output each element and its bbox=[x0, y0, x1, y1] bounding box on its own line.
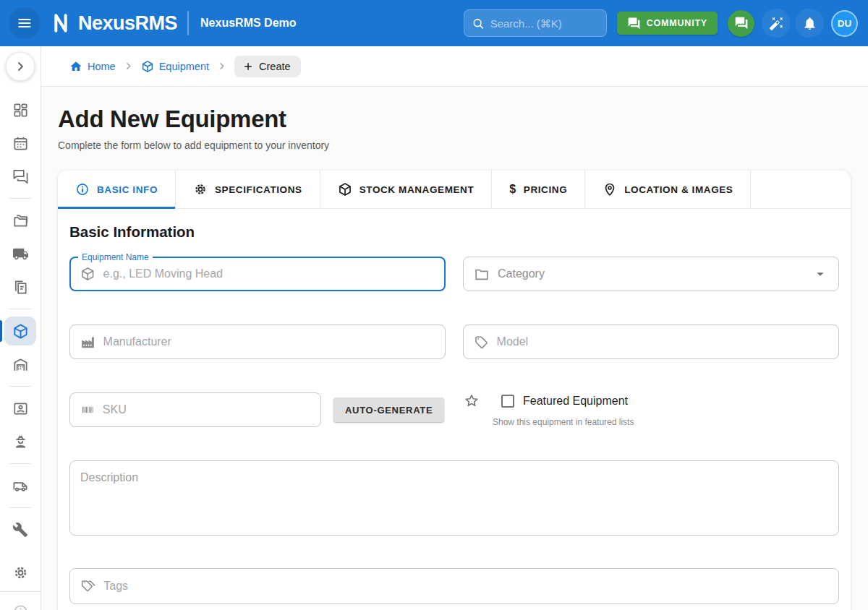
warehouse-icon bbox=[12, 356, 29, 373]
tab-specifications[interactable]: SPECIFICATIONS bbox=[176, 171, 320, 208]
brand-logo[interactable]: NexusRMS bbox=[49, 12, 177, 35]
dashboard-icon bbox=[12, 102, 29, 119]
sidebar-item-dashboard[interactable] bbox=[4, 95, 36, 124]
description-field[interactable] bbox=[69, 460, 839, 536]
sidebar-item-warehouse[interactable] bbox=[4, 350, 36, 379]
breadcrumb-home[interactable]: Home bbox=[69, 60, 116, 73]
location-pin-icon bbox=[603, 182, 617, 197]
chevron-right-icon bbox=[216, 61, 227, 72]
sidebar bbox=[0, 46, 41, 610]
tab-stock-management[interactable]: STOCK MANAGEMENT bbox=[320, 171, 493, 208]
form-card: BASIC INFO SPECIFICATIONS STOCK MANAGEME… bbox=[58, 171, 851, 610]
magic-wand-button[interactable] bbox=[762, 9, 791, 38]
breadcrumb-create-chip[interactable]: Create bbox=[234, 56, 301, 77]
barcode-icon bbox=[80, 402, 95, 418]
page-subtitle: Complete the form below to add equipment… bbox=[58, 139, 851, 151]
manufacturer-input[interactable] bbox=[103, 335, 435, 348]
wrench-icon bbox=[12, 522, 28, 538]
app-header: NexusRMS NexusRMS Demo COMMUNITY DU bbox=[0, 0, 868, 46]
featured-section: Featured Equipment Show this equipment i… bbox=[463, 392, 839, 427]
breadcrumb-equipment-label: Equipment bbox=[159, 61, 209, 72]
tab-pricing[interactable]: $ PRICING bbox=[492, 171, 585, 208]
user-avatar[interactable]: DU bbox=[831, 10, 858, 37]
tab-basic-info-label: BASIC INFO bbox=[97, 184, 158, 195]
community-button[interactable]: COMMUNITY bbox=[617, 12, 718, 35]
sidebar-item-documents[interactable] bbox=[4, 272, 36, 301]
magic-wand-icon bbox=[769, 16, 784, 31]
featured-label: Featured Equipment bbox=[523, 395, 628, 408]
tags-field[interactable] bbox=[69, 568, 839, 604]
sku-input[interactable] bbox=[103, 403, 310, 416]
home-icon bbox=[69, 60, 82, 73]
star-icon bbox=[463, 392, 480, 410]
sidebar-divider bbox=[9, 463, 31, 464]
tab-location-images[interactable]: LOCATION & IMAGES bbox=[585, 171, 751, 208]
sidebar-footer bbox=[0, 591, 41, 610]
page-title: Add New Equipment bbox=[58, 106, 851, 133]
sidebar-item-projects[interactable] bbox=[4, 206, 36, 235]
sku-field[interactable] bbox=[69, 392, 321, 427]
file-copy-icon bbox=[12, 279, 29, 296]
notifications-button[interactable] bbox=[795, 9, 824, 38]
avatar-initials: DU bbox=[838, 18, 852, 29]
tab-basic-info[interactable]: BASIC INFO bbox=[58, 171, 176, 208]
forum-icon bbox=[627, 17, 641, 30]
tags-input[interactable] bbox=[103, 580, 828, 593]
equipment-cube-icon bbox=[141, 60, 154, 73]
sidebar-item-about[interactable] bbox=[4, 597, 36, 610]
calendar-icon bbox=[12, 135, 29, 152]
equipment-name-field[interactable]: Equipment Name bbox=[69, 257, 446, 291]
menu-toggle-button[interactable] bbox=[9, 7, 41, 39]
sidebar-item-crew[interactable] bbox=[4, 427, 36, 456]
global-search[interactable] bbox=[464, 9, 607, 37]
chat-button[interactable] bbox=[728, 10, 754, 37]
cube-icon bbox=[80, 266, 95, 282]
sidebar-item-community[interactable] bbox=[4, 162, 36, 191]
category-select[interactable]: Category bbox=[463, 257, 839, 291]
breadcrumb-home-label: Home bbox=[88, 61, 116, 72]
sidebar-item-transport[interactable] bbox=[4, 471, 36, 500]
search-icon bbox=[472, 16, 485, 31]
section-title: Basic Information bbox=[69, 223, 839, 241]
van-icon bbox=[12, 478, 29, 494]
model-field[interactable] bbox=[463, 325, 839, 359]
description-input[interactable] bbox=[70, 461, 838, 535]
engineer-icon bbox=[12, 434, 29, 450]
page-content: Add New Equipment Complete the form belo… bbox=[41, 87, 868, 610]
equipment-name-label: Equipment Name bbox=[78, 252, 153, 264]
sidebar-divider bbox=[9, 198, 31, 199]
category-value: Category bbox=[498, 267, 545, 280]
chevron-right-icon bbox=[123, 61, 134, 72]
contact-badge-icon bbox=[12, 400, 29, 417]
breadcrumb-equipment[interactable]: Equipment bbox=[141, 60, 209, 73]
chat-icon bbox=[734, 16, 749, 30]
manufacturer-field[interactable] bbox=[69, 325, 446, 359]
tab-stock-management-label: STOCK MANAGEMENT bbox=[359, 184, 475, 195]
search-input[interactable] bbox=[490, 17, 599, 30]
community-button-label: COMMUNITY bbox=[647, 18, 707, 28]
featured-checkbox[interactable] bbox=[501, 395, 514, 408]
dollar-icon: $ bbox=[509, 184, 516, 195]
folder-copy-icon bbox=[12, 212, 29, 229]
gear-icon bbox=[12, 564, 29, 581]
auto-generate-button[interactable]: AUTO-GENERATE bbox=[333, 398, 444, 422]
model-input[interactable] bbox=[497, 335, 828, 348]
sidebar-item-contacts[interactable] bbox=[4, 394, 36, 423]
tag-icon bbox=[474, 334, 489, 350]
sidebar-expand-button[interactable] bbox=[6, 52, 35, 81]
sidebar-item-maintenance[interactable] bbox=[4, 515, 36, 544]
main-area: Home Equipment Create Add bbox=[41, 46, 868, 610]
hamburger-icon bbox=[16, 14, 33, 32]
sidebar-item-calendar[interactable] bbox=[4, 129, 36, 158]
sidebar-item-equipment[interactable] bbox=[4, 317, 36, 345]
plus-icon bbox=[242, 61, 254, 72]
folder-icon bbox=[474, 266, 490, 282]
equipment-name-input[interactable] bbox=[103, 267, 435, 280]
cube-icon bbox=[338, 182, 352, 197]
header-divider bbox=[187, 11, 189, 35]
sidebar-item-settings[interactable] bbox=[4, 558, 36, 587]
featured-helper-text: Show this equipment in featured lists bbox=[493, 417, 839, 427]
tab-specifications-label: SPECIFICATIONS bbox=[215, 184, 302, 195]
sidebar-divider bbox=[9, 309, 31, 309]
sidebar-item-shipping[interactable] bbox=[4, 239, 36, 268]
